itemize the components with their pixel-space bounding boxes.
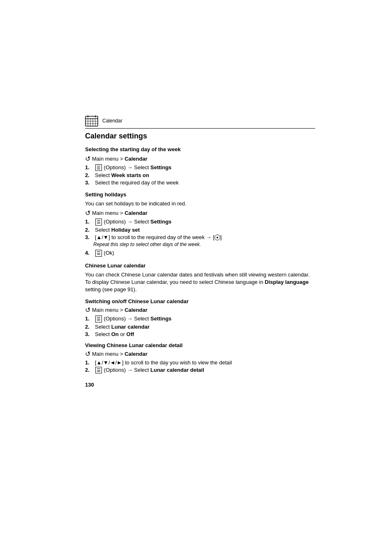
step-number: 3.: [85, 331, 93, 337]
step-content: [▲/▼] to scroll to the required day of t…: [95, 234, 315, 241]
viewing-nav: ↺ Main menu > Calendar: [85, 350, 315, 358]
italic-note: Repeat this step to select other days of…: [93, 242, 201, 247]
step-content: ☰ (Options) → Select Lunar calendar deta…: [95, 367, 315, 373]
viewing-title: Viewing Chinese Lunar calendar detail: [85, 342, 315, 348]
step-item: 1. ☰ (Options) → Select Settings: [85, 315, 315, 322]
step-number: 4.: [85, 250, 93, 256]
options-button-icon: ☰: [95, 315, 102, 322]
options-button-icon: ☰: [95, 164, 102, 171]
holidays-description: You can set holidays to be indicated in …: [85, 200, 315, 207]
page-title: Calendar settings: [85, 132, 315, 140]
options-button-icon: ☰: [95, 367, 102, 373]
step-item: 3. [▲/▼] to scroll to the required day o…: [85, 234, 315, 241]
step-item: 2. ☰ (Options) → Select Lunar calendar d…: [85, 367, 315, 373]
step-number: 2.: [85, 227, 93, 233]
page-number: 130: [85, 382, 315, 388]
section-header: Calendar: [85, 115, 315, 129]
nav-arrow-icon: ↺: [85, 155, 90, 163]
switching-nav: ↺ Main menu > Calendar: [85, 306, 315, 314]
holidays-nav-text: Main menu > Calendar: [92, 210, 148, 216]
step-content: Select Holiday set: [95, 227, 315, 233]
switching-subsection: Switching on/off Chinese Lunar calendar …: [85, 298, 315, 337]
step-item: 2. Select Lunar calendar: [85, 324, 315, 330]
step-number: 1.: [85, 315, 93, 322]
step-item: 1. [▲/▼/◄/►] to scroll to the day you wi…: [85, 359, 315, 366]
switching-title: Switching on/off Chinese Lunar calendar: [85, 298, 315, 304]
nav-arrow-icon: ↺: [85, 306, 90, 314]
holidays-nav: ↺ Main menu > Calendar: [85, 209, 315, 217]
switching-nav-text: Main menu > Calendar: [92, 307, 148, 313]
chinese-lunar-description: You can check Chinese Lunar calendar dat…: [85, 271, 315, 294]
step-number: 2.: [85, 172, 93, 178]
week-start-nav: ↺ Main menu > Calendar: [85, 155, 315, 163]
step-item: 3. Select On or Off: [85, 331, 315, 337]
week-start-steps: 1. ☰ (Options) → Select Settings 2. Sele…: [85, 164, 315, 186]
chinese-lunar-title: Chinese Lunar calendar: [85, 263, 315, 269]
calendar-icon: [85, 115, 98, 127]
step-number: 2.: [85, 367, 93, 373]
step-content: Select On or Off: [95, 331, 315, 337]
content-area: Calendar Calendar settings Selecting the…: [52, 0, 340, 412]
step-content: Select Week starts on: [95, 172, 315, 178]
center-button-icon: ●: [214, 235, 220, 240]
holidays-section: Setting holidays You can set holidays to…: [85, 191, 315, 256]
switching-steps: 1. ☰ (Options) → Select Settings 2. Sele…: [85, 315, 315, 337]
step-item: 4. ☰ (Ok): [85, 250, 315, 256]
viewing-steps: 1. [▲/▼/◄/►] to scroll to the day you wi…: [85, 359, 315, 373]
step-content: Select Lunar calendar: [95, 324, 315, 330]
holidays-title: Setting holidays: [85, 191, 315, 198]
nav-arrow-icon: ↺: [85, 209, 90, 217]
holidays-steps: 1. ☰ (Options) → Select Settings 2. Sele…: [85, 219, 315, 256]
step-number: 3.: [85, 234, 93, 240]
week-start-title: Selecting the starting day of the week: [85, 146, 315, 152]
page-container: Calendar Calendar settings Selecting the…: [0, 0, 392, 555]
step-content: ☰ (Ok): [95, 250, 315, 256]
section-label: Calendar: [102, 118, 122, 124]
step-content: Select the required day of the week: [95, 180, 315, 186]
step-number: 1.: [85, 164, 93, 170]
step-number: 1.: [85, 219, 93, 225]
step-item: 1. ☰ (Options) → Select Settings: [85, 164, 315, 171]
week-start-nav-text: Main menu > Calendar: [92, 156, 148, 162]
step-content: ☰ (Options) → Select Settings: [95, 164, 315, 171]
step-content: [▲/▼/◄/►] to scroll to the day you wish …: [95, 359, 315, 366]
options-button-icon: ☰: [95, 219, 102, 225]
chinese-lunar-section: Chinese Lunar calendar You can check Chi…: [85, 263, 315, 373]
nav-arrow-icon: ↺: [85, 350, 90, 358]
step-item: 2. Select Week starts on: [85, 172, 315, 178]
step-item: 1. ☰ (Options) → Select Settings: [85, 219, 315, 225]
step-number: 2.: [85, 324, 93, 330]
week-start-section: Selecting the starting day of the week ↺…: [85, 146, 315, 186]
step-item: 2. Select Holiday set: [85, 227, 315, 233]
viewing-subsection: Viewing Chinese Lunar calendar detail ↺ …: [85, 342, 315, 373]
step-content: ☰ (Options) → Select Settings: [95, 315, 315, 322]
step-item: 3. Select the required day of the week: [85, 180, 315, 186]
step-number: 1.: [85, 359, 93, 366]
ok-button-icon: ☰: [95, 250, 102, 256]
step-content: ☰ (Options) → Select Settings: [95, 219, 315, 225]
italic-note-item: Repeat this step to select other days of…: [93, 242, 315, 249]
step-number: 3.: [85, 180, 93, 186]
viewing-nav-text: Main menu > Calendar: [92, 351, 148, 357]
